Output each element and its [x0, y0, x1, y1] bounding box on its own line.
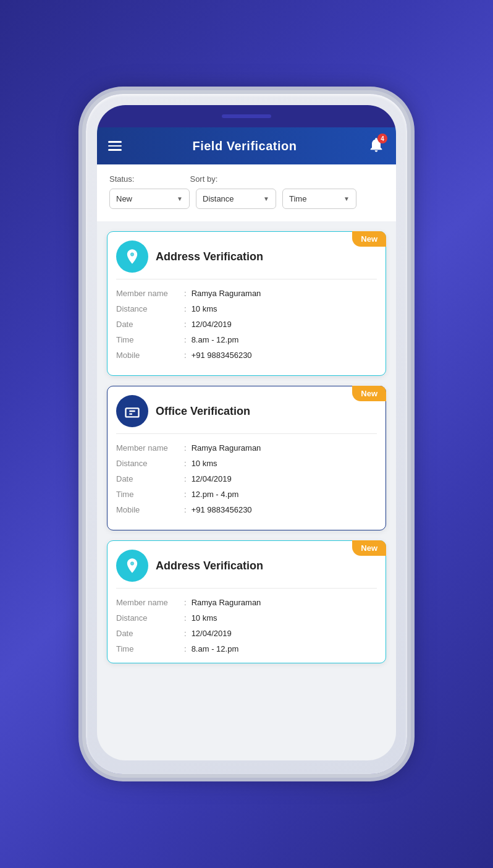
card-3-header: Address Verification New — [107, 541, 386, 588]
phone-screen: Field Verification 4 Status: Sort by: Ne… — [97, 105, 396, 760]
card-3-date-row: Date : 12/04/2019 — [116, 626, 377, 641]
verification-card-1[interactable]: Address Verification New Member name : R… — [107, 231, 386, 376]
card-3-member-row: Member name : Ramya Raguraman — [116, 595, 377, 610]
card-3-distance-row: Distance : 10 kms — [116, 610, 377, 626]
card-2-distance-label: Distance — [116, 459, 184, 468]
cards-list: Address Verification New Member name : R… — [97, 221, 396, 678]
verification-card-2[interactable]: Office Verification New Member name : Ra… — [107, 386, 386, 530]
card-2-date-row: Date : 12/04/2019 — [116, 471, 377, 487]
card-1-member-row: Member name : Ramya Raguraman — [116, 286, 377, 301]
card-1-title: Address Verification — [156, 250, 263, 263]
card-2-mobile-value: +91 9883456230 — [192, 505, 252, 514]
card-3-time-row: Time : 8.am - 12.pm — [116, 641, 377, 657]
card-1-distance-label: Distance — [116, 304, 184, 313]
app-header: Field Verification 4 — [97, 127, 396, 164]
time-dropdown[interactable]: Time ▼ — [282, 189, 356, 209]
hamburger-line-1 — [108, 141, 122, 143]
distance-dropdown[interactable]: Distance ▼ — [196, 189, 276, 209]
card-2-member-value: Ramya Raguraman — [192, 443, 261, 453]
status-dropdown-value: New — [116, 194, 132, 203]
card-2-time-row: Time : 12.pm - 4.pm — [116, 487, 377, 502]
hamburger-line-3 — [108, 149, 122, 151]
card-3-date-label: Date — [116, 629, 184, 638]
card-1-member-value: Ramya Raguraman — [192, 289, 261, 298]
address-icon-2 — [124, 557, 141, 574]
card-1-time-row: Time : 8.am - 12.pm — [116, 332, 377, 347]
card-2-mobile-row: Mobile : +91 9883456230 — [116, 502, 377, 517]
card-2-mobile-label: Mobile — [116, 505, 184, 514]
card-1-header: Address Verification New — [107, 232, 386, 279]
filter-section: Status: Sort by: New ▼ Distance ▼ Time ▼ — [97, 164, 396, 221]
card-1-mobile-label: Mobile — [116, 351, 184, 360]
card-3-time-value: 8.am - 12.pm — [192, 644, 239, 653]
card-2-distance-row: Distance : 10 kms — [116, 456, 377, 471]
card-3-time-label: Time — [116, 644, 184, 653]
svg-point-1 — [131, 562, 134, 565]
hamburger-menu-button[interactable] — [108, 141, 122, 151]
svg-point-0 — [131, 253, 134, 256]
card-1-date-label: Date — [116, 320, 184, 329]
card-1-mobile-value: +91 9883456230 — [192, 351, 252, 360]
card-3-distance-label: Distance — [116, 613, 184, 623]
card-3-distance-value: 10 kms — [192, 613, 217, 623]
card-2-header: Office Verification New — [107, 386, 386, 433]
time-dropdown-arrow: ▼ — [343, 195, 350, 202]
card-2-date-label: Date — [116, 474, 184, 483]
status-filter-label: Status: — [109, 174, 134, 184]
card-1-date-value: 12/04/2019 — [192, 320, 232, 329]
page-title: Field Verification — [192, 139, 297, 153]
notch-bar — [222, 114, 271, 118]
card-2-date-value: 12/04/2019 — [192, 474, 232, 483]
card-2-icon-circle — [116, 395, 148, 427]
distance-dropdown-value: Distance — [203, 194, 234, 203]
card-3-member-value: Ramya Raguraman — [192, 598, 261, 607]
card-3-new-badge: New — [352, 540, 386, 556]
card-3-date-value: 12/04/2019 — [192, 629, 232, 638]
card-1-member-label: Member name — [116, 289, 184, 298]
card-2-title: Office Verification — [156, 405, 250, 418]
card-3-icon-circle — [116, 550, 148, 582]
phone-frame: Field Verification 4 Status: Sort by: Ne… — [86, 94, 407, 774]
card-2-member-row: Member name : Ramya Raguraman — [116, 440, 377, 456]
card-3-body: Member name : Ramya Raguraman Distance :… — [116, 588, 377, 663]
card-1-distance-value: 10 kms — [192, 304, 217, 313]
card-2-distance-value: 10 kms — [192, 459, 217, 468]
card-2-new-badge: New — [352, 386, 386, 401]
card-3-member-label: Member name — [116, 598, 184, 607]
address-icon — [124, 248, 141, 265]
card-2-time-label: Time — [116, 490, 184, 499]
verification-card-3[interactable]: Address Verification New Member name : R… — [107, 540, 386, 663]
card-2-body: Member name : Ramya Raguraman Distance :… — [116, 433, 377, 524]
card-1-date-row: Date : 12/04/2019 — [116, 317, 377, 332]
card-2-footer — [107, 524, 386, 530]
card-1-footer — [107, 369, 386, 375]
distance-dropdown-arrow: ▼ — [263, 195, 269, 202]
status-dropdown-arrow: ▼ — [177, 195, 183, 202]
notification-button[interactable]: 4 — [368, 136, 385, 156]
time-dropdown-value: Time — [289, 194, 306, 203]
card-1-body: Member name : Ramya Raguraman Distance :… — [116, 279, 377, 369]
office-icon — [124, 402, 141, 420]
card-2-time-value: 12.pm - 4.pm — [192, 490, 239, 499]
card-1-new-badge: New — [352, 231, 386, 247]
hamburger-line-2 — [108, 145, 122, 147]
card-1-mobile-row: Mobile : +91 9883456230 — [116, 347, 377, 363]
card-1-time-label: Time — [116, 335, 184, 344]
phone-notch — [97, 105, 396, 127]
card-3-title: Address Verification — [156, 560, 263, 572]
filter-labels-row: Status: Sort by: — [109, 174, 384, 184]
filter-dropdowns-row: New ▼ Distance ▼ Time ▼ — [109, 189, 384, 209]
card-1-time-value: 8.am - 12.pm — [192, 335, 239, 344]
card-1-distance-row: Distance : 10 kms — [116, 301, 377, 317]
notification-badge: 4 — [377, 134, 387, 143]
sort-filter-label: Sort by: — [190, 174, 217, 184]
card-2-member-label: Member name — [116, 443, 184, 453]
status-dropdown[interactable]: New ▼ — [109, 189, 190, 209]
card-1-icon-circle — [116, 240, 148, 273]
